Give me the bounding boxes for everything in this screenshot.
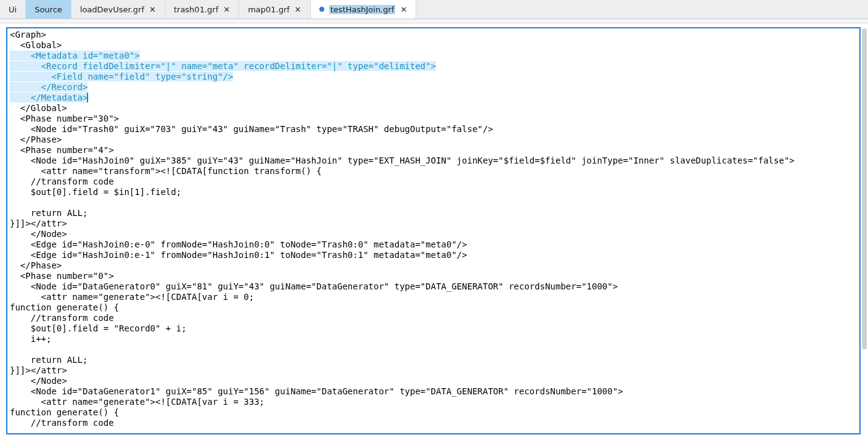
vertical-scrollbar[interactable] bbox=[862, 28, 867, 349]
tab-underline bbox=[0, 19, 868, 23]
tab-label: Source bbox=[35, 5, 62, 14]
tab-loaddevuser[interactable]: loadDevUser.grf ✕ bbox=[72, 0, 165, 19]
tab-source[interactable]: Source bbox=[26, 0, 72, 19]
dirty-indicator-icon bbox=[319, 7, 324, 12]
editor-tabstrip: Ui Source loadDevUser.grf ✕ trash01.grf … bbox=[0, 0, 868, 19]
tab-label: trash01.grf bbox=[174, 5, 218, 14]
source-editor[interactable]: <Graph> <Global> <Metadata id="meta0"> <… bbox=[7, 28, 859, 430]
tab-ui[interactable]: Ui bbox=[0, 0, 26, 19]
close-icon[interactable]: ✕ bbox=[223, 6, 230, 14]
tab-trash01[interactable]: trash01.grf ✕ bbox=[165, 0, 239, 19]
tab-label: testHashJoin.grf bbox=[329, 5, 396, 14]
tab-label: map01.grf bbox=[248, 5, 290, 14]
source-editor-frame: <Graph> <Global> <Metadata id="meta0"> <… bbox=[6, 27, 861, 434]
tab-testhashjoin[interactable]: testHashJoin.grf ✕ bbox=[311, 0, 417, 19]
close-icon[interactable]: ✕ bbox=[295, 6, 301, 14]
close-icon[interactable]: ✕ bbox=[149, 6, 156, 14]
tab-label: loadDevUser.grf bbox=[80, 5, 144, 14]
close-icon[interactable]: ✕ bbox=[400, 6, 407, 14]
tab-label: Ui bbox=[9, 5, 17, 14]
tab-map01[interactable]: map01.grf ✕ bbox=[239, 0, 311, 19]
